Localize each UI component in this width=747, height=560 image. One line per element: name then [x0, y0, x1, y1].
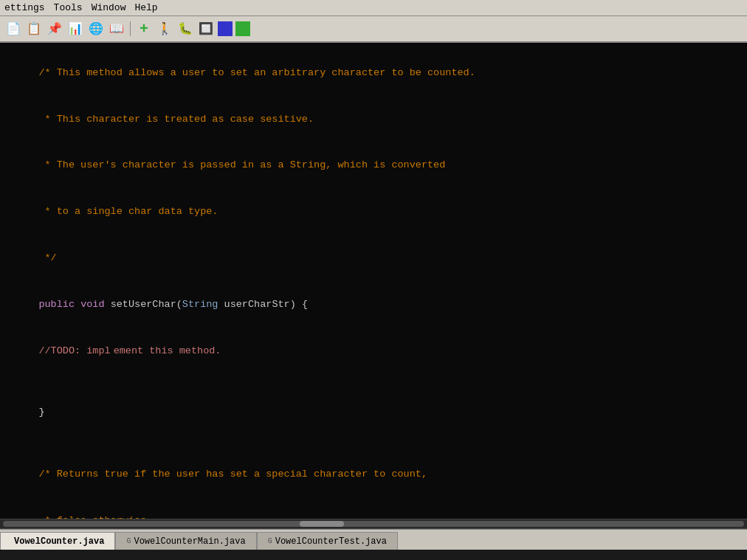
- tab-vowelcountermain[interactable]: G VowelCounterMain.java: [115, 532, 256, 550]
- scrollbar-track[interactable]: [3, 521, 744, 527]
- run-green-icon[interactable]: [235, 21, 250, 36]
- code-line: */: [15, 235, 732, 282]
- tab-label-vowelcountertest: VowelCounterTest.java: [275, 536, 387, 547]
- code-line: public void setUserChar(String userCharS…: [15, 282, 732, 328]
- code-line: * The user's character is passed in as a…: [15, 143, 732, 190]
- tab-bar: VowelCounter.java G VowelCounterMain.jav…: [0, 529, 747, 550]
- stop-icon[interactable]: [218, 21, 233, 36]
- tab-icon-vowelcountermain: G: [126, 537, 131, 545]
- scrollbar-thumb[interactable]: [300, 521, 344, 527]
- add-icon[interactable]: +: [135, 20, 153, 38]
- book-icon[interactable]: 📖: [108, 20, 125, 38]
- menu-help[interactable]: Help: [134, 2, 157, 13]
- toolbar-separator-1: [130, 21, 131, 36]
- tab-vowelcountertest[interactable]: G VowelCounterTest.java: [257, 532, 398, 550]
- profile-icon[interactable]: 🔲: [197, 20, 215, 38]
- code-line: * This character is treated as case sesi…: [15, 97, 732, 143]
- code-line: /* Returns true if the user has set a sp…: [15, 452, 732, 498]
- tab-label-vowelcounter: VowelCounter.java: [14, 536, 104, 547]
- editor-area[interactable]: /* This method allows a user to set an a…: [0, 43, 747, 519]
- menu-tools[interactable]: Tools: [54, 2, 83, 13]
- tab-vowelcounter[interactable]: VowelCounter.java: [0, 532, 115, 550]
- horizontal-scrollbar[interactable]: [0, 519, 747, 529]
- code-line: /* This method allows a user to set an a…: [15, 50, 732, 97]
- new-file-icon[interactable]: 📄: [4, 20, 22, 38]
- hierarchy-icon[interactable]: 🌐: [87, 20, 105, 38]
- pin-icon[interactable]: 📌: [46, 20, 63, 38]
- code-line: [15, 436, 732, 452]
- run-icon[interactable]: 🚶: [156, 20, 173, 38]
- tab-icon-vowelcountertest: G: [268, 537, 272, 545]
- menu-settings[interactable]: ettings: [4, 2, 45, 13]
- tab-label-vowelcountermain: VowelCounterMain.java: [134, 536, 245, 547]
- code-line: * false otherwise.: [15, 498, 732, 519]
- code-line: [15, 374, 732, 390]
- toolbar: 📄 📋 📌 📊 🌐 📖 + 🚶 🐛 🔲: [0, 16, 747, 43]
- menu-bar: ettings Tools Window Help: [0, 0, 747, 16]
- code-line: //TODO: implement this method.: [15, 328, 732, 375]
- code-line: }: [15, 390, 732, 436]
- menu-window[interactable]: Window: [92, 2, 126, 13]
- chart-icon[interactable]: 📊: [66, 20, 84, 38]
- debug-icon[interactable]: 🐛: [176, 20, 194, 38]
- code-line: * to a single char data type.: [15, 189, 732, 235]
- copy-icon[interactable]: 📋: [25, 20, 43, 38]
